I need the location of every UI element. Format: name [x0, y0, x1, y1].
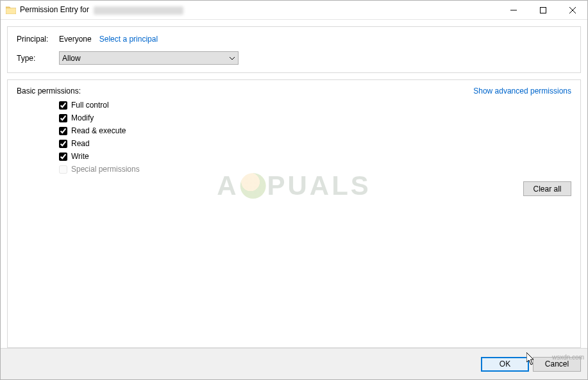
permissions-panel: Basic permissions: Show advanced permiss…: [7, 79, 581, 348]
maximize-button[interactable]: [528, 1, 558, 20]
permission-checkbox[interactable]: [59, 127, 67, 135]
window-title-target-redacted: [94, 6, 183, 15]
minimize-button[interactable]: [499, 1, 528, 20]
permission-checkbox[interactable]: [59, 114, 67, 122]
chevron-down-icon: [229, 55, 235, 62]
permission-item[interactable]: Read & execute: [59, 126, 571, 135]
permission-checkbox[interactable]: [59, 101, 67, 110]
permission-label: Write: [71, 152, 89, 161]
basic-permissions-label: Basic permissions:: [17, 87, 81, 95]
principal-label: Principal:: [17, 35, 59, 44]
permission-label: Modify: [71, 113, 94, 122]
permission-label: Full control: [71, 101, 109, 110]
type-select-value: Allow: [62, 54, 81, 63]
clear-all-button[interactable]: Clear all: [523, 181, 571, 196]
principal-panel: Principal: Everyone Select a principal T…: [7, 26, 581, 73]
principal-value: Everyone: [59, 35, 92, 44]
window: Permission Entry for Principal: Everyone…: [0, 0, 588, 380]
show-advanced-permissions-link[interactable]: Show advanced permissions: [473, 87, 571, 95]
permission-checkbox: [59, 165, 67, 174]
permission-label: Read: [71, 139, 90, 148]
permission-item: Special permissions: [59, 165, 571, 174]
permissions-list: Full controlModifyRead & executeReadWrit…: [59, 101, 571, 174]
permission-checkbox[interactable]: [59, 140, 67, 148]
permission-item[interactable]: Full control: [59, 101, 571, 110]
cancel-button[interactable]: Cancel: [533, 357, 581, 372]
permission-checkbox[interactable]: [59, 153, 67, 161]
folder-icon: [6, 6, 16, 14]
permission-item[interactable]: Modify: [59, 113, 571, 122]
titlebar: Permission Entry for: [1, 1, 587, 20]
close-button[interactable]: [558, 1, 587, 20]
permission-item[interactable]: Write: [59, 152, 571, 161]
principal-row: Principal: Everyone Select a principal: [17, 35, 571, 44]
type-row: Type: Allow: [17, 51, 571, 65]
ok-button[interactable]: OK: [481, 357, 529, 372]
permission-label: Read & execute: [71, 126, 126, 135]
content-area: Principal: Everyone Select a principal T…: [1, 20, 587, 348]
permission-item[interactable]: Read: [59, 139, 571, 148]
window-title-prefix: Permission Entry for: [20, 5, 89, 14]
permission-label: Special permissions: [71, 165, 140, 174]
bottom-bar: OK Cancel: [1, 348, 587, 379]
window-title: Permission Entry for: [20, 5, 183, 14]
svg-rect-0: [541, 7, 546, 13]
type-select[interactable]: Allow: [59, 51, 239, 65]
type-label: Type:: [17, 54, 59, 63]
select-principal-link[interactable]: Select a principal: [99, 35, 158, 44]
